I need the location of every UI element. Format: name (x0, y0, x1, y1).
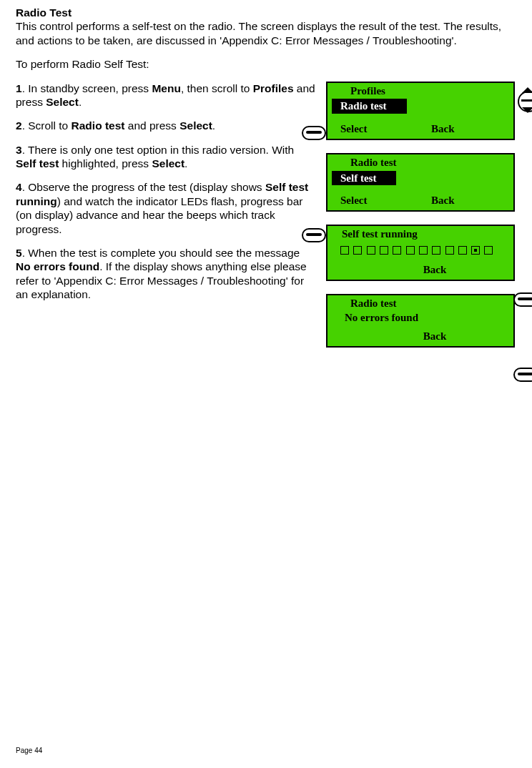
button-icon (513, 292, 532, 307)
steps-column: 1. In standby screen, press Menu, then s… (16, 82, 316, 312)
device-screen-no-errors: Radio test No errors found Back (326, 294, 515, 348)
progress-box (484, 246, 493, 255)
screens-column: Profiles Radio test Select Back Radio te… (323, 82, 516, 361)
screen1-softkey-back: Back (423, 122, 513, 136)
step-1: 1. In standby screen, press Menu, then s… (16, 82, 316, 109)
screen2-line1: Radio test (327, 154, 513, 169)
step-2-number: 2 (16, 119, 22, 132)
step-1-number: 1 (16, 82, 22, 94)
screen1-line1: Profiles (327, 83, 513, 98)
screen2-softkey-select: Select (327, 194, 423, 207)
device-screen-radio-test: Radio test Self test Select Back (326, 153, 515, 212)
progress-box (340, 246, 349, 255)
progress-box (367, 246, 375, 255)
progress-box (458, 246, 467, 255)
section-title: Radio Test (16, 6, 72, 19)
screen3-softkey-back: Back (327, 263, 513, 277)
screen2-highlighted-item: Self test (332, 171, 396, 186)
progress-box (419, 246, 428, 255)
device-screen-profiles: Profiles Radio test Select Back (326, 82, 515, 140)
progress-box (432, 246, 440, 255)
device-screen-self-test-running: Self test running Back (326, 225, 515, 281)
step-5-number: 5 (16, 247, 22, 259)
screen4-softkey-back: Back (327, 330, 513, 343)
button-icon (302, 126, 326, 140)
screen1-highlighted-item: Radio test (332, 99, 407, 114)
up-down-rocker-icon (518, 89, 532, 112)
screen4-line1: Radio test (327, 295, 513, 310)
progress-box (393, 246, 401, 255)
screen3-line1: Self test running (327, 226, 513, 241)
screen1-softkey-select: Select (327, 122, 423, 136)
step-3-number: 3 (16, 144, 22, 156)
progress-box (406, 246, 415, 255)
screen4-line2: No errors found (327, 310, 513, 326)
button-icon (513, 368, 532, 382)
button-icon (302, 228, 326, 242)
step-4: 4. Observe the progress of the test (dis… (16, 180, 316, 236)
step-4-number: 4 (16, 181, 22, 193)
progress-box (380, 246, 388, 255)
step-3: 3. There is only one test option in this… (16, 143, 316, 171)
intro-paragraph-1: This control performs a self-test on the… (16, 20, 501, 46)
screen2-softkey-back: Back (423, 194, 513, 207)
progress-bar (327, 241, 513, 262)
intro-paragraph-2: To perform Radio Self Test: (16, 58, 149, 70)
page-number: Page 44 (16, 747, 42, 756)
progress-box (445, 246, 454, 255)
progress-box (353, 246, 362, 255)
step-2: 2. Scroll to Radio test and press Select… (16, 119, 316, 132)
step-5: 5. When the test is complete you should … (16, 246, 316, 302)
progress-box-active (471, 246, 480, 255)
